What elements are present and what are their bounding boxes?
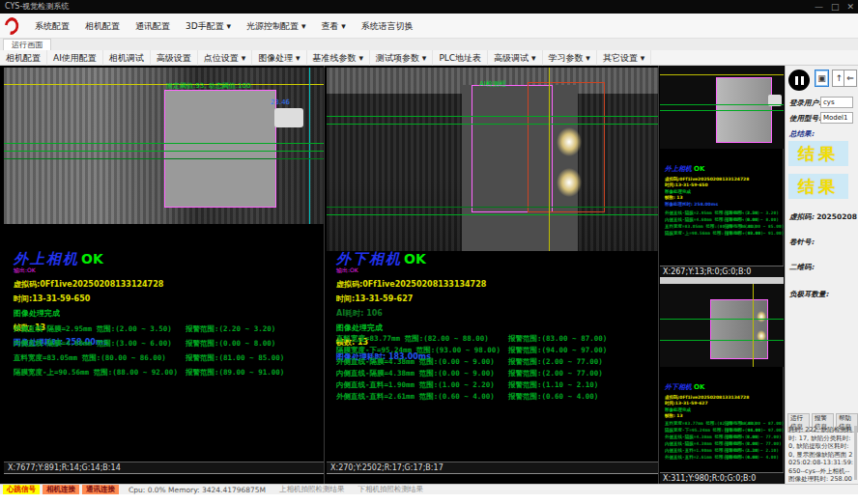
toolbar-baseline-params[interactable]: 基准线参数 ▾ xyxy=(307,50,370,66)
pause-button[interactable] xyxy=(788,70,810,91)
menu-system-config[interactable]: 系统配置 xyxy=(27,14,77,39)
pixel-coords-readout: X:267;Y:13;R:0;G:0;B:0 xyxy=(660,266,784,277)
overlay-green-line xyxy=(327,214,658,215)
overlay-cyan-line xyxy=(309,68,310,224)
overlay-yellow-line xyxy=(549,68,550,251)
vcode-value: 20250208 xyxy=(816,212,857,221)
camera-image-lower-outer[interactable]: AI检测框 xyxy=(327,68,658,251)
measure-overlay-value: 23.46 xyxy=(271,98,290,106)
measurement-row: 隔膜宽度-上=90.56mm 范围:(88.00 ~ 92.00)报警范围:(8… xyxy=(14,368,284,382)
title-bar: CYS-视觉检测系统 — □ ✕ xyxy=(0,0,858,14)
capture-time: 时间:13-31-59-627 xyxy=(336,294,486,304)
measurement-row: 内侧直线-直料=1.90mm 范围:(1.00 ~ 2.20)报警范围:(1.1… xyxy=(336,380,607,392)
camera-panel-lower-outer: AI检测框 外下相机OK 输出:OK 虚拟码:0Ff1ive2025020813… xyxy=(327,66,659,484)
bright-spot xyxy=(757,311,766,322)
status-bar: 心跳信号 相机连接 通讯连接 Cpu: 0.0% Memory: 3424.41… xyxy=(0,484,858,494)
measurement-row: 外侧直线-隔膜=2.95mm 范围:(2.00 ~ 3.50)报警范围:(2.2… xyxy=(14,324,284,339)
app-logo-icon xyxy=(2,14,21,38)
overlay-green-line xyxy=(4,151,324,152)
bottom-fill xyxy=(0,494,858,504)
toolbar-camera-config[interactable]: 相机配置 xyxy=(0,50,47,66)
camera-image-upper-outer[interactable]: 固定阈值:93, 动态阈值:100 23.46 xyxy=(4,68,324,224)
toolbar-learning-params[interactable]: 学习参数 ▾ xyxy=(543,50,597,66)
measurement-row: 隔膜宽度-下=95.24mm 范围:(93.00 ~ 98.00)报警范围:(9… xyxy=(336,346,607,357)
measurement-row: 内侧直线-隔膜=4.60mm 范围:(3.00 ~ 6.00)报警范围:(0.0… xyxy=(14,339,284,353)
measurement-row: 外侧直线-直料=2.61mm 范围:(0.60 ~ 4.00)报警范围:(0.6… xyxy=(336,392,607,404)
cpu-memory-readout: Cpu: 0.0% Memory: 3424.41796875M xyxy=(129,486,266,494)
comm-connect-badge: 通讯连接 xyxy=(82,485,119,494)
measurement-rows: 外侧直线-隔膜=2.95mm 范围:(2.00 ~ 3.50)报警范围:(2.2… xyxy=(14,324,284,382)
toolbar-point-settings[interactable]: 点位设置 ▾ xyxy=(198,50,252,66)
overlay-roi-rect xyxy=(710,299,768,359)
minimize-icon[interactable]: — xyxy=(815,0,823,14)
result-status: OK xyxy=(404,251,426,266)
thumbnail-image[interactable] xyxy=(660,66,784,149)
measurement-row: 内侧直线-隔膜=4.38mm 范围:(0.00 ~ 9.00)报警范围:(2.0… xyxy=(336,369,607,380)
camera-name: 外上相机 xyxy=(14,250,79,267)
thumbnail-lower-outer[interactable]: 外下相机OK 虚拟码:0Ff1ive20250208133134728 时间:1… xyxy=(660,284,784,484)
camera-connect-badge: 相机连接 xyxy=(43,485,79,494)
thumbnail-column: 外上相机OK 虚拟码:0Ff1ive20250208133124728 时间:1… xyxy=(660,66,784,484)
toolbar-other-settings[interactable]: 其它设置 ▾ xyxy=(597,50,651,66)
toolbar-advanced-settings[interactable]: 高级设置 xyxy=(151,50,198,66)
winding-pin-label: 卷针号: xyxy=(789,238,815,247)
login-user-label: 登录用户: xyxy=(789,98,821,108)
pause-icon xyxy=(801,76,804,85)
overlay-green-line xyxy=(4,143,324,144)
menu-language-switch[interactable]: 系统语言切换 xyxy=(354,14,421,39)
lower-camera-result-text: 下相机拍照检测结果 xyxy=(358,485,424,494)
thumbnail-image[interactable] xyxy=(660,284,784,367)
overlay-yellow-line xyxy=(660,74,784,75)
qrcode-label: 二维码: xyxy=(789,263,815,272)
measurement-rows: 直料宽度=83.77mm 范围:(82.00 ~ 88.00)报警范围:(83.… xyxy=(336,334,607,404)
ai-elapsed: AI耗时: 106 xyxy=(336,308,486,319)
toolbar-image-processing[interactable]: 图像处理 ▾ xyxy=(252,50,306,66)
virtual-code: 虚拟码:0Ff1ive20250208133124728 xyxy=(14,279,163,290)
toolbar-plc-address-table[interactable]: PLC地址表 xyxy=(433,50,488,66)
part-connector xyxy=(274,108,303,127)
maximize-icon[interactable]: □ xyxy=(831,0,840,14)
overlay-yellow-line xyxy=(753,284,754,367)
main-area: 固定阈值:93, 动态阈值:100 23.46 外上相机OK 输出:OK 虚拟码… xyxy=(0,66,858,484)
toolbar-ai-use-config[interactable]: AI使用配置 xyxy=(47,50,103,66)
thumbnail-upper-outer[interactable]: 外上相机OK 虚拟码:0Ff1ive20250208133124728 时间:1… xyxy=(660,66,784,283)
process-done: 图像处理完成 xyxy=(336,322,486,333)
total-result-label: 总结果: xyxy=(789,129,815,139)
menu-camera-config[interactable]: 相机配置 xyxy=(77,14,128,39)
vcode-label: 虚拟码: 20250208 xyxy=(789,212,857,222)
overlay-green-line xyxy=(660,340,784,341)
model-value[interactable]: Model1 xyxy=(820,112,853,124)
overlay-yellow-line xyxy=(4,84,324,85)
pixel-coords-readout: X:270;Y:2502;R:17;G:17;B:17 xyxy=(327,462,658,474)
result-box-2: 结果 xyxy=(788,174,848,199)
camera-panel-upper-outer: 固定阈值:93, 动态阈值:100 23.46 外上相机OK 输出:OK 虚拟码… xyxy=(4,66,325,484)
login-user-value[interactable]: cys xyxy=(820,97,853,108)
overlay-green-line xyxy=(327,207,658,208)
tab-run-screen[interactable]: 运行画面 xyxy=(3,39,51,50)
camera-tool-button[interactable]: ▣ xyxy=(815,70,829,87)
arrow-left-icon: ⇐ xyxy=(846,73,854,83)
overlay-green-line xyxy=(327,116,658,117)
camera-name: 外下相机 xyxy=(336,250,402,267)
measurement-row: 直料宽度=83.05mm 范围:(80.00 ~ 86.00)报警范围:(81.… xyxy=(14,353,284,368)
pixel-coords-readout: X:311;Y:980;R:0;G:0;B:0 xyxy=(660,472,784,484)
window-title: CYS-视觉检测系统 xyxy=(5,2,69,11)
process-done: 图像处理完成 xyxy=(14,308,163,319)
log-scrollbar[interactable] xyxy=(854,426,857,480)
ai-box-label: AI检测框 xyxy=(479,79,506,89)
toolbar-test-item-params[interactable]: 测试项参数 ▾ xyxy=(370,50,433,66)
menu-3d-hand-config[interactable]: 3D手配置 ▾ xyxy=(178,14,239,39)
panel-divider xyxy=(660,277,784,284)
run-log-text: 耗时: 222, 缺陷检测耗时: 17, 缺陷分类耗时: 0, 缺陷提取分区耗时… xyxy=(788,426,854,491)
overlay-green-line xyxy=(660,319,784,320)
toolbar-advanced-debug[interactable]: 高级调试 ▾ xyxy=(488,50,542,66)
app-window: CYS-视觉检测系统 — □ ✕ 系统配置 相机配置 通讯配置 3D手配置 ▾ … xyxy=(0,0,858,504)
menu-light-control-config[interactable]: 光源控制配置 ▾ xyxy=(239,14,313,39)
menu-view[interactable]: 查看 ▾ xyxy=(313,14,353,39)
toolbar-camera-debug[interactable]: 相机调试 xyxy=(103,50,151,66)
menu-comm-config[interactable]: 通讯配置 xyxy=(128,14,178,39)
close-icon[interactable]: ✕ xyxy=(846,0,854,14)
arrow-up-icon: ↑ xyxy=(836,73,844,83)
pause-icon xyxy=(795,76,798,85)
back-tool-button[interactable]: ⇐ xyxy=(844,70,857,87)
